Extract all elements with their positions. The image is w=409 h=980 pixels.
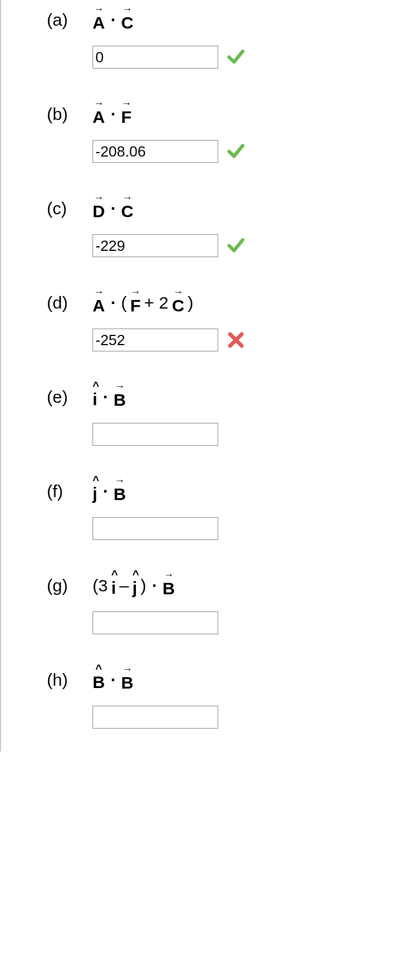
- question-g-label: (g): [47, 576, 93, 595]
- question-b-label: (b): [47, 105, 93, 124]
- question-b-expression: →A · →F: [93, 102, 131, 127]
- question-f-label: (f): [47, 482, 93, 501]
- question-d-expression: →A · ( →F + 2 →C ): [93, 290, 194, 315]
- question-a-prompt: (a) →A · →C: [47, 6, 409, 34]
- question-g-prompt: (g) (3 ^i – ^j ) · →B: [47, 571, 409, 600]
- question-e-input[interactable]: [93, 423, 218, 446]
- question-d-answer-row: [93, 329, 409, 351]
- question-h-prompt: (h) ^B · →B: [47, 666, 409, 694]
- question-b-input[interactable]: [93, 140, 218, 163]
- question-a-expression: →A · →C: [93, 7, 134, 33]
- question-a-input[interactable]: [93, 46, 218, 69]
- question-f-answer-row: [93, 517, 409, 540]
- question-f-expression: ^j · →B: [93, 479, 126, 504]
- question-h: (h) ^B · →B: [18, 666, 409, 729]
- question-g: (g) (3 ^i – ^j ) · →B: [18, 571, 409, 634]
- question-g-input[interactable]: [93, 611, 218, 634]
- x-icon: [226, 330, 246, 350]
- question-h-expression: ^B · →B: [93, 667, 134, 693]
- question-g-expression: (3 ^i – ^j ) · →B: [93, 573, 175, 598]
- question-e: (e) ^i · →B: [18, 383, 409, 446]
- question-d: (d) →A · ( →F + 2 →C ): [18, 289, 409, 351]
- question-b: (b) →A · →F: [18, 100, 409, 163]
- check-icon: [226, 47, 246, 67]
- question-a-label: (a): [47, 10, 93, 30]
- question-d-input[interactable]: [93, 329, 218, 351]
- question-e-prompt: (e) ^i · →B: [47, 383, 409, 411]
- question-c-expression: →D · →C: [93, 196, 134, 221]
- check-icon: [226, 236, 246, 255]
- question-c-answer-row: [93, 234, 409, 257]
- question-h-label: (h): [47, 670, 93, 690]
- question-e-label: (e): [47, 387, 93, 407]
- question-f-prompt: (f) ^j · →B: [47, 477, 409, 506]
- question-f: (f) ^j · →B: [18, 477, 409, 540]
- question-c-input[interactable]: [93, 234, 218, 257]
- question-c: (c) →D · →C: [18, 194, 409, 257]
- question-h-answer-row: [93, 706, 409, 729]
- question-list: (a) →A · →C (b) →A · →F: [0, 0, 409, 751]
- question-h-input[interactable]: [93, 706, 218, 729]
- question-d-label: (d): [47, 293, 93, 313]
- question-a: (a) →A · →C: [18, 6, 409, 69]
- question-c-prompt: (c) →D · →C: [47, 194, 409, 223]
- question-e-answer-row: [93, 423, 409, 446]
- question-c-label: (c): [47, 199, 93, 218]
- question-g-answer-row: [93, 611, 409, 634]
- check-icon: [226, 142, 246, 161]
- question-b-prompt: (b) →A · →F: [47, 100, 409, 129]
- question-e-expression: ^i · →B: [93, 385, 126, 410]
- question-d-prompt: (d) →A · ( →F + 2 →C ): [47, 289, 409, 317]
- question-b-answer-row: [93, 140, 409, 163]
- question-f-input[interactable]: [93, 517, 218, 540]
- question-a-answer-row: [93, 46, 409, 69]
